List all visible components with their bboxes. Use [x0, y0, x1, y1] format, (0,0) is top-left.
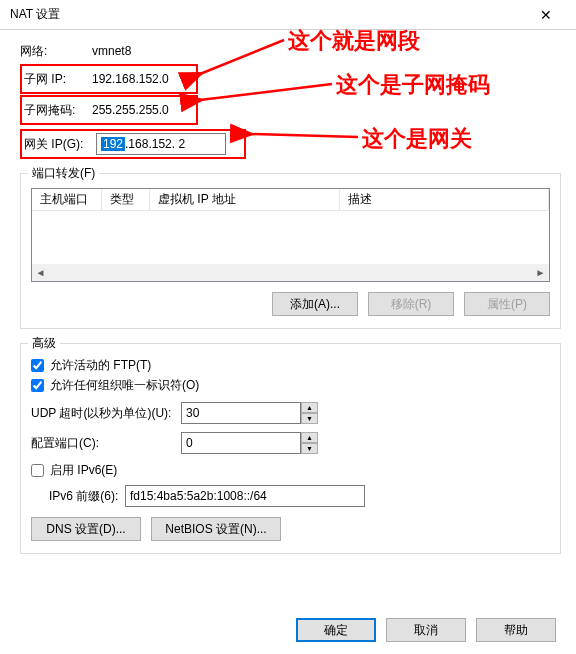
config-port-input[interactable]	[181, 432, 301, 454]
horizontal-scrollbar[interactable]: ◄ ►	[32, 264, 549, 281]
col-host-port[interactable]: 主机端口	[32, 189, 102, 211]
properties-button: 属性(P)	[464, 292, 550, 316]
ipv6-prefix-label: IPv6 前缀(6):	[49, 488, 125, 505]
ftp-label: 允许活动的 FTP(T)	[50, 357, 151, 374]
cfg-spin-up[interactable]: ▲	[301, 432, 318, 443]
port-fwd-group-title: 端口转发(F)	[28, 165, 99, 182]
gateway-label: 网关 IP(G):	[24, 136, 96, 153]
annotation-mask: 这个是子网掩码	[336, 70, 490, 100]
network-value: vmnet8	[92, 44, 131, 58]
config-port-label: 配置端口(C):	[31, 435, 181, 452]
port-fwd-list[interactable]: 主机端口 类型 虚拟机 IP 地址 描述 ◄ ►	[31, 188, 550, 282]
window-title: NAT 设置	[10, 6, 523, 23]
dns-settings-button[interactable]: DNS 设置(D)...	[31, 517, 141, 541]
ipv6-checkbox[interactable]	[31, 464, 44, 477]
udp-timeout-label: UDP 超时(以秒为单位)(U):	[31, 405, 181, 422]
remove-button: 移除(R)	[368, 292, 454, 316]
oui-label: 允许任何组织唯一标识符(O)	[50, 377, 199, 394]
gateway-rest[interactable]: .168.152. 2	[125, 137, 185, 151]
netbios-settings-button[interactable]: NetBIOS 设置(N)...	[151, 517, 281, 541]
oui-checkbox[interactable]	[31, 379, 44, 392]
udp-spin-down[interactable]: ▼	[301, 413, 318, 424]
udp-spin-up[interactable]: ▲	[301, 402, 318, 413]
udp-timeout-input[interactable]	[181, 402, 301, 424]
scroll-right-icon[interactable]: ►	[532, 264, 549, 281]
advanced-group-title: 高级	[28, 335, 60, 352]
col-type[interactable]: 类型	[102, 189, 150, 211]
help-button[interactable]: 帮助	[476, 618, 556, 642]
close-button[interactable]: ✕	[523, 0, 568, 29]
ipv6-prefix-input	[125, 485, 365, 507]
annotation-gateway: 这个是网关	[362, 124, 472, 154]
ipv6-label: 启用 IPv6(E)	[50, 462, 117, 479]
gateway-ip-field[interactable]: 192 .168.152. 2	[96, 133, 226, 155]
network-label: 网络:	[20, 43, 92, 60]
add-button[interactable]: 添加(A)...	[272, 292, 358, 316]
col-desc[interactable]: 描述	[340, 189, 549, 211]
cancel-button[interactable]: 取消	[386, 618, 466, 642]
col-vm-ip[interactable]: 虚拟机 IP 地址	[150, 189, 340, 211]
scroll-left-icon[interactable]: ◄	[32, 264, 49, 281]
gateway-oct1[interactable]: 192	[101, 137, 125, 151]
subnet-mask-value: 255.255.255.0	[92, 103, 169, 117]
ftp-checkbox[interactable]	[31, 359, 44, 372]
subnet-ip-value: 192.168.152.0	[92, 72, 169, 86]
cfg-spin-down[interactable]: ▼	[301, 443, 318, 454]
subnet-ip-label: 子网 IP:	[22, 71, 92, 88]
subnet-mask-label: 子网掩码:	[22, 102, 92, 119]
annotation-subnet: 这个就是网段	[288, 26, 420, 56]
ok-button[interactable]: 确定	[296, 618, 376, 642]
